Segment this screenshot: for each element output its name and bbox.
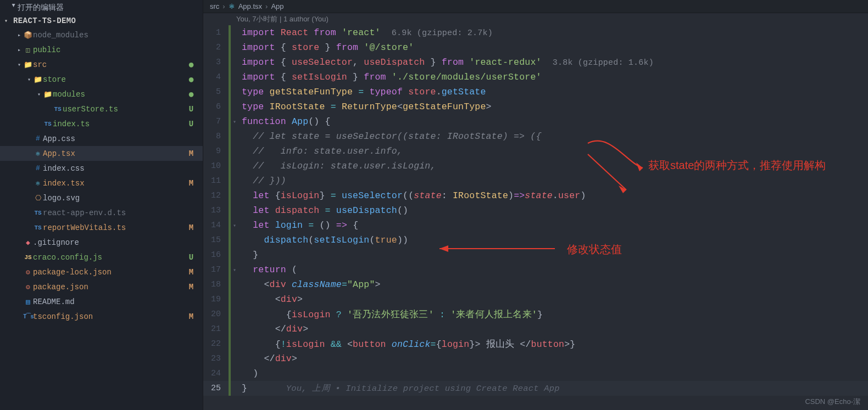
code-line[interactable]: 6type IRootState = ReturnType<getStateFu… (203, 99, 868, 114)
code-content[interactable]: {!isLogin && <button onClick={login}> 报山… (238, 338, 575, 350)
code-content[interactable]: import { useSelector, useDispatch } from… (238, 57, 654, 68)
code-content[interactable]: </div> (238, 324, 308, 334)
code-line[interactable]: 21 </div> (203, 322, 868, 336)
gitlens-codelens[interactable]: You, 7小时前 | 1 author (You) (203, 13, 868, 25)
file-tree-item[interactable]: ▾📁modules● (0, 87, 203, 102)
file-tree-item[interactable]: ▸◫public (0, 42, 203, 57)
code-line[interactable]: 14▾ let login = () => { (203, 218, 868, 233)
file-tree-item[interactable]: ▤README.md (0, 294, 203, 309)
file-icon: # (33, 164, 43, 172)
code-line[interactable]: 25} You, 上周 • Initialize project using C… (203, 381, 868, 396)
file-tree-item[interactable]: ⚙package-lock.jsonM (0, 265, 203, 279)
code-content[interactable]: // })) (238, 176, 286, 186)
code-content[interactable]: let login = () => { (238, 220, 358, 231)
file-icon: T͡s (23, 313, 33, 320)
code-area[interactable]: 获取state的两种方式，推荐使用解构 修改状态值 1import React … (203, 25, 868, 410)
line-number: 11 (203, 176, 229, 186)
chevron-right-icon[interactable]: ▸ (15, 32, 23, 38)
file-name: store (43, 75, 185, 84)
line-number: 7 (203, 117, 229, 126)
file-tree-item[interactable]: ⎔logo.svg (0, 190, 203, 205)
file-icon: JS (23, 254, 33, 261)
code-content[interactable]: function App() { (238, 116, 331, 127)
code-line[interactable]: 5type getStateFunType = typeof store.get… (203, 85, 868, 99)
code-content[interactable]: type IRootState = ReturnType<getStateFun… (238, 102, 492, 112)
code-line[interactable]: 18 <div className="App"> (203, 277, 868, 292)
code-line[interactable]: 9 // info: state.user.info, (203, 144, 868, 159)
code-content[interactable]: } You, 上周 • Initialize project using Cre… (238, 383, 560, 394)
code-content[interactable]: return ( (238, 265, 297, 275)
code-content[interactable]: // let state = useSelector((state: IRoot… (238, 131, 542, 142)
code-line[interactable]: 7▾function App() { (203, 114, 868, 129)
file-tree-item[interactable]: JScraco.config.jsU (0, 250, 203, 265)
code-content[interactable]: let dispatch = useDispatch() (238, 205, 408, 216)
code-line[interactable]: 17▾ return ( (203, 262, 868, 277)
git-status-badge: U (185, 253, 197, 262)
breadcrumb[interactable]: src › ⚛ App.tsx › App (203, 0, 868, 13)
code-line[interactable]: 20 {isLogin ? '吾乃法外狂徒张三' : '来者何人报上名来'} (203, 307, 868, 322)
code-content[interactable]: dispatch(setIsLogin(true)) (238, 235, 408, 245)
open-editors-section[interactable]: ▶ 打开的编辑器 (0, 1, 203, 14)
code-content[interactable]: ) (238, 368, 258, 379)
code-line[interactable]: 10 // isLogin: state.user.isLogin, (203, 159, 868, 173)
chevron-down-icon[interactable]: ▾ (25, 76, 33, 83)
code-content[interactable]: import React from 'react' 6.9k (gzipped:… (238, 27, 493, 38)
breadcrumb-part[interactable]: App (271, 2, 283, 10)
breadcrumb-part[interactable]: src (210, 2, 219, 10)
file-tree-item[interactable]: ⚛index.tsxM (0, 176, 203, 190)
code-line[interactable]: 3import { useSelector, useDispatch } fro… (203, 55, 868, 70)
file-tree-item[interactable]: ▾📁store● (0, 72, 203, 87)
file-tree-item[interactable]: TSreportWebVitals.tsM (0, 220, 203, 235)
line-number: 16 (203, 250, 229, 260)
file-tree-item[interactable]: ▾📁src● (0, 57, 203, 72)
file-tree-item[interactable]: #App.css (0, 131, 203, 146)
code-line[interactable]: 13 let dispatch = useDispatch() (203, 203, 868, 218)
code-content[interactable]: // isLogin: state.user.isLogin, (238, 161, 436, 171)
code-line[interactable]: 22 {!isLogin && <button onClick={login}>… (203, 336, 868, 351)
file-tree-item[interactable]: TSuserStore.tsU (0, 102, 203, 116)
code-line[interactable]: 2import { store } from '@/store' (203, 40, 868, 55)
code-content[interactable]: } (238, 250, 258, 260)
fold-icon[interactable]: ▾ (231, 119, 238, 125)
file-tree-item[interactable]: T͡stsconfig.jsonM (0, 309, 203, 324)
code-content[interactable]: </div> (238, 353, 297, 364)
git-status-badge: M (185, 312, 197, 321)
code-line[interactable]: 19 <div> (203, 292, 868, 307)
code-line[interactable]: 23 </div> (203, 351, 868, 366)
chevron-right-icon: ▶ (10, 4, 17, 12)
code-line[interactable]: 8 // let state = useSelector((state: IRo… (203, 129, 868, 144)
chevron-down-icon[interactable]: ▾ (35, 91, 43, 98)
code-line[interactable]: 1import React from 'react' 6.9k (gzipped… (203, 25, 868, 40)
fold-icon[interactable]: ▾ (231, 267, 238, 273)
code-content[interactable]: <div> (238, 294, 303, 305)
file-tree-item[interactable]: TSreact-app-env.d.ts (0, 205, 203, 220)
file-tree-item[interactable]: TSindex.tsU (0, 116, 203, 131)
line-number: 23 (203, 354, 229, 363)
code-content[interactable]: let {isLogin} = useSelector((state: IRoo… (238, 190, 586, 201)
line-number: 9 (203, 147, 229, 156)
code-line[interactable]: 4import { setIsLogin } from './store/mod… (203, 70, 868, 85)
code-content[interactable]: import { setIsLogin } from './store/modu… (238, 72, 542, 82)
code-line[interactable]: 15 dispatch(setIsLogin(true)) (203, 233, 868, 248)
code-line[interactable]: 12 let {isLogin} = useSelector((state: I… (203, 188, 868, 203)
file-tree-item[interactable]: ▸📦node_modules (0, 27, 203, 42)
breadcrumb-part[interactable]: App.tsx (238, 2, 262, 10)
project-section-header[interactable]: ▾ REACT-TS-DEMO (0, 14, 203, 27)
file-tree-item[interactable]: ⚛App.tsxM (0, 146, 203, 161)
code-content[interactable]: {isLogin ? '吾乃法外狂徒张三' : '来者何人报上名来'} (238, 308, 543, 321)
code-content[interactable]: type getStateFunType = typeof store.getS… (238, 87, 486, 97)
git-status-badge: M (185, 149, 197, 158)
file-tree-item[interactable]: #index.css (0, 161, 203, 176)
code-content[interactable]: <div className="App"> (238, 279, 381, 290)
code-line[interactable]: 11 // })) (203, 173, 868, 188)
file-name: craco.config.js (33, 253, 185, 262)
file-tree-item[interactable]: ⚙package.jsonM (0, 279, 203, 294)
code-line[interactable]: 24 ) (203, 366, 868, 381)
code-line[interactable]: 16 } (203, 248, 868, 262)
code-content[interactable]: // info: state.user.info, (238, 146, 403, 156)
chevron-down-icon[interactable]: ▾ (15, 61, 23, 68)
fold-icon[interactable]: ▾ (231, 222, 238, 229)
file-tree-item[interactable]: ◆.gitignore (0, 235, 203, 250)
code-content[interactable]: import { store } from '@/store' (238, 42, 414, 53)
chevron-right-icon[interactable]: ▸ (15, 47, 23, 53)
